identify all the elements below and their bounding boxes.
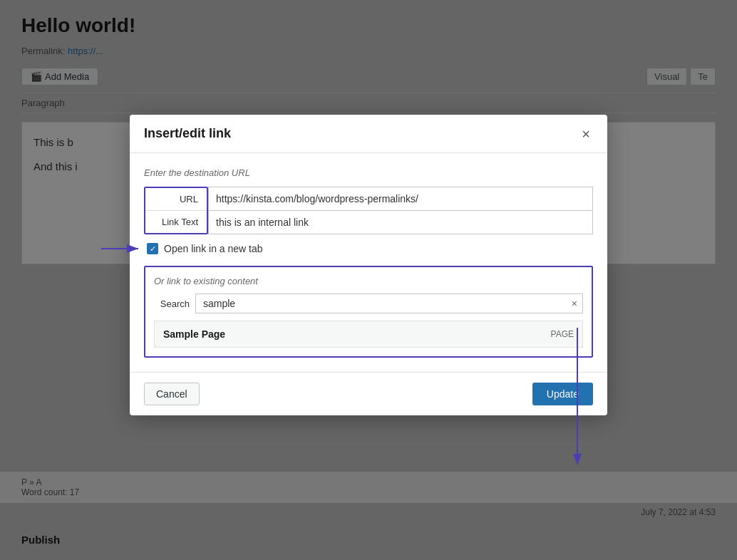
modal-title: Insert/edit link bbox=[144, 126, 231, 141]
result-name: Sample Page bbox=[163, 328, 225, 340]
modal-footer: Cancel Update bbox=[130, 372, 607, 415]
open-new-tab-row: ✓ Open link in a new tab bbox=[144, 243, 593, 254]
destination-url-label: Enter the destination URL bbox=[144, 167, 593, 178]
modal-body: Enter the destination URL URL Link Text bbox=[130, 153, 607, 372]
open-new-tab-checkbox[interactable]: ✓ bbox=[147, 243, 158, 254]
search-result-item[interactable]: Sample Page PAGE bbox=[155, 321, 582, 347]
modal-header: Insert/edit link × bbox=[130, 115, 607, 153]
url-label: URL bbox=[145, 188, 207, 211]
search-clear-button[interactable]: × bbox=[572, 299, 577, 308]
search-row: Search × bbox=[154, 294, 583, 313]
checkmark-icon: ✓ bbox=[150, 244, 156, 252]
search-input[interactable] bbox=[195, 294, 583, 313]
arrow-annotation bbox=[101, 241, 144, 256]
modal-close-button[interactable]: × bbox=[579, 126, 593, 140]
search-label: Search bbox=[154, 298, 190, 308]
existing-content-label: Or link to existing content bbox=[154, 276, 583, 286]
open-new-tab-label: Open link in a new tab bbox=[164, 243, 263, 254]
existing-content-section: Or link to existing content Search × Sam… bbox=[144, 266, 593, 358]
search-input-wrap: × bbox=[195, 294, 583, 313]
search-results: Sample Page PAGE bbox=[154, 321, 583, 348]
url-input[interactable] bbox=[208, 187, 593, 210]
insert-edit-link-modal: Insert/edit link × Enter the destination… bbox=[130, 115, 607, 415]
link-text-input[interactable] bbox=[208, 210, 593, 234]
cancel-button[interactable]: Cancel bbox=[144, 383, 200, 405]
update-button[interactable]: Update bbox=[532, 383, 593, 405]
link-text-label: Link Text bbox=[145, 211, 207, 233]
result-type: PAGE bbox=[551, 329, 574, 339]
